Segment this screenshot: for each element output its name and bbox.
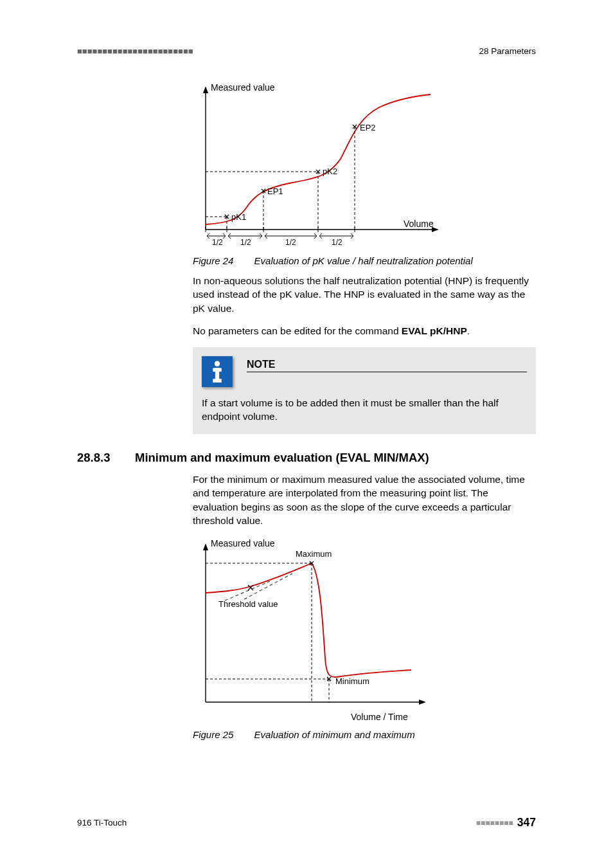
fig24-pk2: pK2 (323, 167, 337, 176)
section-number: 28.8.3 (77, 451, 135, 465)
fig24-ylabel: Measured value (211, 82, 275, 93)
figure-24-caption: Figure 24 Evaluation of pK value / half … (193, 255, 536, 266)
p2-post: . (467, 325, 470, 336)
figure-24-caption-label: Figure 24 (193, 255, 233, 266)
svg-rect-16 (213, 379, 222, 383)
fig24-t3: 1/2 (285, 238, 296, 247)
footer-bar: ■■■■■■■■ (476, 818, 513, 827)
fig24-ep2: EP2 (360, 123, 376, 132)
header-title: 28 Parameters (479, 46, 536, 56)
p2-cmd: EVAL pK/HNP (402, 325, 467, 336)
paragraph-minmax: For the minimum or maximum measured valu… (193, 473, 536, 528)
svg-point-13 (215, 361, 220, 366)
figure-25-svg: Measured value Volume / Time Threshold v… (193, 536, 437, 723)
header-bar-left: ■■■■■■■■■■■■■■■■■■■■■■■ (77, 46, 193, 56)
fig25-min: Minimum (335, 676, 369, 686)
paragraph-no-params: No parameters can be edited for the comm… (193, 324, 536, 338)
fig25-max: Maximum (296, 549, 332, 559)
section-heading: 28.8.3 Minimum and maximum evaluation (E… (77, 451, 536, 465)
figure-25: Measured value Volume / Time Threshold v… (193, 536, 536, 725)
figure-25-caption: Figure 25 Evaluation of minimum and maxi… (193, 729, 536, 740)
page-footer: 916 Ti-Touch ■■■■■■■■ 347 (77, 816, 536, 829)
note-title: NOTE (247, 359, 527, 370)
fig25-xlabel: Volume / Time (351, 712, 408, 722)
note-box: NOTE If a start volume is to be added th… (193, 347, 536, 434)
fig24-ep1: EP1 (267, 186, 283, 196)
page-number: 347 (517, 816, 536, 829)
info-icon (202, 356, 233, 387)
figure-24-svg: Measured value Volume pK1 EP1 pK2 (193, 82, 450, 249)
note-body: If a start volume is to be added then it… (202, 396, 527, 424)
fig24-pk1: pK1 (231, 212, 246, 222)
footer-left: 916 Ti-Touch (77, 818, 127, 827)
fig24-t2: 1/2 (240, 238, 251, 247)
section-title: Minimum and maximum evaluation (EVAL MIN… (135, 451, 429, 465)
fig24-xlabel: Volume (404, 219, 434, 229)
figure-24-caption-text: Evaluation of pK value / half neutraliza… (254, 255, 473, 266)
note-rule (247, 372, 527, 372)
figure-25-caption-text: Evaluation of minimum and maximum (254, 729, 415, 740)
p2-pre: No parameters can be edited for the comm… (193, 325, 402, 336)
fig24-t4: 1/2 (332, 238, 342, 247)
paragraph-hnp: In non-aqueous solutions the half neutra… (193, 274, 536, 315)
fig25-threshold: Threshold value (218, 599, 278, 609)
fig25-ylabel: Measured value (211, 538, 275, 548)
page-header: ■■■■■■■■■■■■■■■■■■■■■■■ 28 Parameters (77, 46, 536, 56)
figure-25-caption-label: Figure 25 (193, 729, 233, 740)
figure-24: Measured value Volume pK1 EP1 pK2 (193, 82, 536, 251)
fig24-t1: 1/2 (212, 238, 223, 247)
